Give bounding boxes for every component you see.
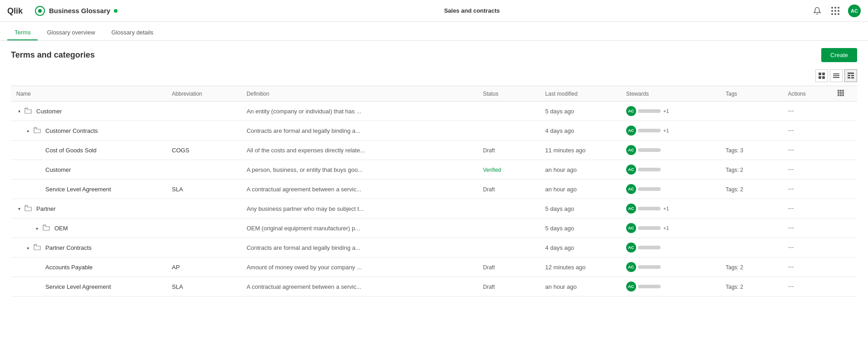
table-view-button[interactable] [844, 69, 857, 82]
tab-glossary-overview[interactable]: Glossary overview [39, 25, 102, 40]
row-definition: Amount of money owed by your company ... [241, 258, 477, 277]
app-header: Qlik Business Glossary Sales and contrac… [0, 0, 868, 22]
row-stewards: AC [621, 277, 720, 297]
table-row: Service Level AgreementSLAA contractual … [11, 180, 857, 199]
apps-grid-icon[interactable] [830, 5, 841, 16]
row-last-modified: 5 days ago [540, 102, 621, 121]
chevron-icon[interactable]: ▾ [16, 206, 22, 211]
logo-area: Qlik Business Glossary [7, 5, 118, 16]
row-settings [832, 199, 857, 219]
more-actions-button[interactable]: ··· [788, 126, 827, 135]
row-abbreviation: SLA [167, 277, 241, 297]
row-settings [832, 180, 857, 199]
grid-view-button[interactable] [815, 69, 828, 82]
row-stewards: AC +1 [621, 199, 720, 219]
row-status: Draft [477, 258, 539, 277]
row-status: Draft [477, 277, 539, 297]
chevron-icon[interactable]: ▸ [25, 245, 31, 250]
notifications-icon[interactable] [812, 5, 823, 16]
more-actions-button[interactable]: ··· [788, 165, 827, 174]
svg-rect-23 [842, 94, 844, 96]
row-settings [832, 141, 857, 160]
row-tags [720, 238, 782, 258]
col-header-stewards: Stewards [621, 86, 720, 102]
row-definition: OEM (original equipment manufacturer) p.… [241, 219, 477, 238]
row-actions[interactable]: ··· [782, 160, 832, 180]
col-header-actions: Actions [782, 86, 832, 102]
col-header-settings[interactable] [832, 86, 857, 102]
steward-name-bar [638, 168, 661, 171]
row-definition: An entity (company or individual) that h… [241, 102, 477, 121]
list-view-button[interactable] [830, 69, 843, 82]
more-actions-button[interactable]: ··· [788, 204, 827, 213]
row-name: Partner [36, 205, 56, 212]
row-actions[interactable]: ··· [782, 180, 832, 199]
steward-avatar: AC [626, 262, 636, 272]
chevron-icon[interactable]: ▸ [25, 128, 31, 133]
more-actions-button[interactable]: ··· [788, 185, 827, 193]
col-header-definition: Definition [241, 86, 477, 102]
row-definition: All of the costs and expenses directly r… [241, 141, 477, 160]
row-last-modified: an hour ago [540, 180, 621, 199]
view-controls [11, 69, 857, 82]
tab-terms[interactable]: Terms [7, 25, 38, 40]
more-actions-button[interactable]: ··· [788, 282, 827, 291]
row-last-modified: an hour ago [540, 160, 621, 180]
row-status: Draft [477, 141, 539, 160]
row-actions[interactable]: ··· [782, 141, 832, 160]
row-status [477, 121, 539, 141]
row-definition: A person, business, or entity that buys … [241, 160, 477, 180]
row-name: Service Level Agreement [45, 283, 111, 290]
svg-rect-17 [842, 90, 844, 92]
row-stewards: AC [621, 141, 720, 160]
qlik-logo: Qlik [7, 5, 31, 16]
row-settings [832, 238, 857, 258]
table-row: ▸ OEMOEM (original equipment manufacture… [11, 219, 857, 238]
svg-text:Qlik: Qlik [7, 6, 23, 15]
row-definition: Any business partner who may be subject … [241, 199, 477, 219]
row-actions[interactable]: ··· [782, 102, 832, 121]
row-actions[interactable]: ··· [782, 277, 832, 297]
row-settings [832, 102, 857, 121]
col-header-name: Name [11, 86, 167, 102]
row-definition: A contractual agreement between a servic… [241, 180, 477, 199]
table-row: CustomerA person, business, or entity th… [11, 160, 857, 180]
tags-count: Tags: 2 [726, 284, 743, 290]
row-actions[interactable]: ··· [782, 199, 832, 219]
row-name: Customer Contracts [45, 127, 98, 134]
create-button[interactable]: Create [821, 48, 857, 62]
row-last-modified: an hour ago [540, 277, 621, 297]
row-stewards: AC +1 [621, 102, 720, 121]
folder-icon [43, 224, 50, 232]
steward-name-bar [638, 148, 661, 152]
chevron-icon[interactable]: ▾ [16, 108, 22, 114]
user-avatar[interactable]: AC [848, 5, 861, 17]
more-actions-button[interactable]: ··· [788, 243, 827, 252]
row-actions[interactable]: ··· [782, 258, 832, 277]
svg-rect-12 [851, 75, 854, 76]
svg-rect-8 [833, 75, 839, 76]
row-last-modified: 4 days ago [540, 238, 621, 258]
row-name: Cost of Goods Sold [45, 147, 97, 154]
steward-avatar: AC [626, 243, 636, 253]
row-actions[interactable]: ··· [782, 238, 832, 258]
row-abbreviation: AP [167, 258, 241, 277]
more-actions-button[interactable]: ··· [788, 146, 827, 154]
tab-glossary-details[interactable]: Glossary details [104, 25, 161, 40]
steward-avatar: AC [626, 184, 636, 194]
chevron-icon[interactable]: ▸ [34, 225, 40, 231]
steward-name-bar [638, 285, 661, 288]
more-actions-button[interactable]: ··· [788, 263, 827, 271]
col-header-status: Status [477, 86, 539, 102]
svg-point-2 [38, 9, 42, 13]
row-name: Partner Contracts [45, 244, 92, 251]
more-actions-button[interactable]: ··· [788, 224, 827, 232]
more-actions-button[interactable]: ··· [788, 107, 827, 115]
svg-rect-20 [842, 92, 844, 94]
row-actions[interactable]: ··· [782, 219, 832, 238]
tags-count: Tags: 3 [726, 147, 743, 154]
row-actions[interactable]: ··· [782, 121, 832, 141]
row-abbreviation: SLA [167, 180, 241, 199]
steward-plus: +1 [663, 225, 669, 231]
row-tags: Tags: 2 [720, 258, 782, 277]
